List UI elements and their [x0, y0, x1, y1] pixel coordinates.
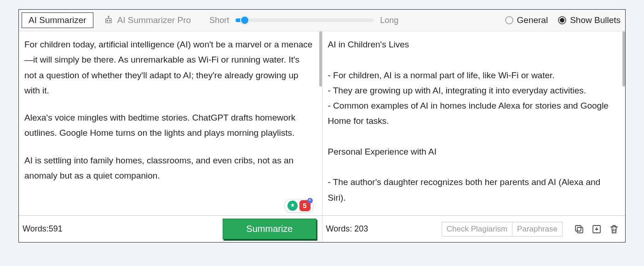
- output-line: - Common examples of AI in homes include…: [328, 98, 617, 129]
- svg-rect-5: [577, 227, 583, 233]
- hint-icon[interactable]: [288, 201, 298, 211]
- radio-bullets-label: Show Bullets: [570, 15, 621, 25]
- assistant-badges[interactable]: 5 +: [284, 199, 314, 213]
- output-line: [328, 159, 617, 174]
- output-line: - For children, AI is a normal part of l…: [328, 68, 617, 83]
- radio-general[interactable]: General: [505, 15, 548, 25]
- radio-icon: [505, 16, 513, 24]
- output-line: - The author's daughter recognizes both …: [328, 174, 617, 205]
- slider-min-label: Short: [209, 16, 229, 25]
- footer-left: Words:591 Summarize: [19, 216, 322, 242]
- output-line: AI in Children's Lives: [328, 37, 617, 52]
- input-word-count: Words:591: [23, 224, 63, 234]
- tab-ai-summarizer[interactable]: AI Summarizer: [22, 12, 93, 28]
- input-paragraph: Alexa's voice mingles with bedtime stori…: [24, 110, 314, 141]
- length-slider[interactable]: Short Long: [209, 16, 398, 25]
- slider-max-label: Long: [380, 16, 398, 25]
- svg-point-1: [107, 20, 108, 22]
- tab-pro-label: AI Summarizer Pro: [117, 15, 191, 25]
- trash-icon[interactable]: [609, 224, 620, 235]
- radio-show-bullets[interactable]: Show Bullets: [558, 15, 621, 25]
- secondary-actions: Check Plagiarism Paraphrase: [442, 222, 563, 237]
- output-pane[interactable]: AI in Children's Lives - For children, A…: [322, 31, 626, 215]
- output-line: [328, 52, 617, 67]
- output-line: Personal Experience with AI: [328, 144, 617, 159]
- output-mode-group: General Show Bullets: [505, 15, 621, 25]
- svg-point-2: [109, 20, 110, 22]
- copy-icon[interactable]: [574, 224, 585, 235]
- robot-icon: [104, 15, 114, 25]
- footer-right: Words: 203 Check Plagiarism Paraphrase: [322, 216, 626, 242]
- radio-general-label: General: [517, 15, 548, 25]
- slider-track[interactable]: [236, 18, 374, 22]
- input-paragraph: AI is settling into family homes, classr…: [24, 153, 314, 184]
- paraphrase-button[interactable]: Paraphrase: [512, 222, 563, 237]
- scrollbar[interactable]: [622, 31, 625, 87]
- radio-icon: [558, 16, 566, 24]
- content-panes: For children today, artificial intellige…: [19, 31, 625, 215]
- download-icon[interactable]: [591, 224, 602, 235]
- svg-rect-6: [575, 226, 581, 231]
- tab-ai-summarizer-pro[interactable]: AI Summarizer Pro: [99, 13, 196, 27]
- toolbar: AI Summarizer AI Summarizer Pro Short Lo…: [19, 10, 625, 31]
- output-icon-buttons: [574, 224, 620, 235]
- output-line: - They are growing up with AI, integrati…: [328, 83, 617, 98]
- output-line: [328, 129, 617, 144]
- footer: Words:591 Summarize Words: 203 Check Pla…: [19, 215, 625, 242]
- notification-badge[interactable]: 5 +: [299, 200, 310, 211]
- check-plagiarism-button[interactable]: Check Plagiarism: [442, 222, 512, 237]
- output-word-count: Words: 203: [326, 224, 368, 234]
- summarizer-app: AI Summarizer AI Summarizer Pro Short Lo…: [18, 9, 626, 243]
- svg-point-4: [108, 16, 109, 17]
- input-pane[interactable]: For children today, artificial intellige…: [19, 31, 322, 215]
- plus-icon: +: [307, 198, 313, 203]
- slider-thumb[interactable]: [240, 16, 249, 25]
- scrollbar[interactable]: [319, 31, 322, 87]
- summarize-button[interactable]: Summarize: [223, 219, 316, 239]
- badge-count: 5: [303, 200, 306, 212]
- input-paragraph: For children today, artificial intellige…: [24, 37, 314, 98]
